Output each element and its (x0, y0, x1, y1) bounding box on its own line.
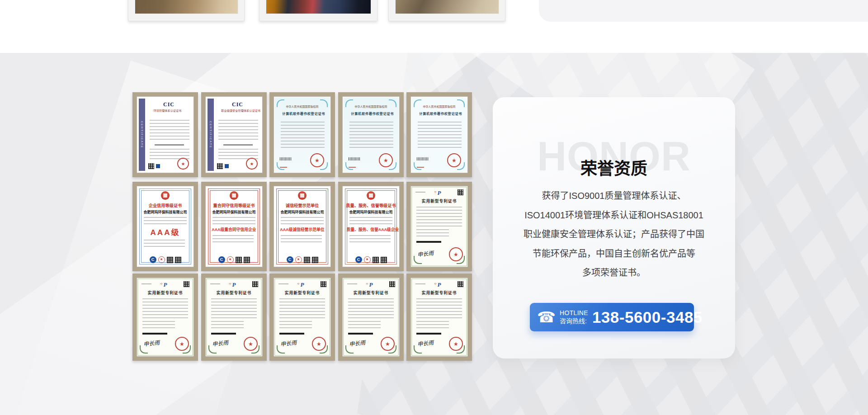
ribbon-seal-icon (161, 191, 170, 200)
certificate-cic-ohs[interactable]: CERTIFICATE CIC 职业健康安全管理体系认证证书 ★ (201, 92, 267, 177)
certificate-utility-patent[interactable]: P 实用新型专利证书 申长雨 ★ (132, 274, 198, 361)
certificate-title: 实用新型专利证书 (346, 290, 395, 296)
qr-code-icon (252, 281, 258, 287)
page: CERTIFICATE CIC 环境管理体系认证证书 ★ CERTIFICATE… (0, 0, 868, 415)
certificate-text-lines (281, 235, 322, 243)
corner-flourish-icon (457, 256, 465, 264)
certificate-title: 诚信经营示范单位 (277, 202, 328, 208)
certificate-cic-ems[interactable]: CERTIFICATE CIC 环境管理体系认证证书 ★ (132, 92, 198, 177)
corner-flourish-icon (345, 345, 354, 354)
certificate-title: 实用新型专利证书 (415, 198, 463, 204)
qr-code-icon (381, 257, 387, 263)
barcode-icon (416, 241, 441, 243)
certificate-number (210, 283, 220, 284)
qr-code-icon (389, 281, 395, 287)
red-seal-icon: ★ (177, 158, 189, 170)
certificate-software-copyright[interactable]: 中华人民共和国国家版权局 计算机软件著作权登记证书 ★ (338, 92, 404, 177)
certificate-title: 计算机软件著作权登记证书 (282, 111, 322, 116)
certificate-number (278, 283, 288, 284)
qr-code-icon (236, 257, 242, 263)
certificate-text-lines (279, 298, 325, 319)
certificate-number (415, 192, 425, 193)
certificate-divider (223, 144, 253, 146)
certificate-text-lines (416, 207, 462, 227)
corner-flourish-icon (277, 345, 285, 354)
project-gallery-card-3[interactable] (388, 0, 505, 21)
accreditation-mark-icon (156, 164, 160, 168)
cnipa-logo-icon: P (438, 189, 441, 197)
certificate-title: 计算机软件著作权登记证书 (419, 111, 459, 116)
certificate-utility-patent[interactable]: P 实用新型专利证书 申长雨 ★ (406, 182, 472, 271)
cic-logo: CIC (137, 101, 193, 108)
certificate-utility-patent[interactable]: P 实用新型专利证书 申长雨 ★ (201, 274, 267, 361)
cnipa-logo-icon: P (164, 281, 167, 288)
certificate-authority: 中华人民共和国国家版权局 (286, 104, 319, 108)
certificate-software-copyright[interactable]: 中华人民共和国国家版权局 计算机软件著作权登记证书 ★ (406, 92, 472, 177)
certificate-title: 重合同守信用等级证书 (208, 202, 259, 208)
phone-icon: ☎ (537, 310, 556, 325)
certificate-text-lines (348, 321, 381, 330)
certificate-title: 企业信用等级证书 (140, 202, 191, 208)
qr-code-icon (373, 257, 379, 263)
certificate-text-lines (281, 122, 325, 149)
certificate-text-lines (150, 120, 189, 141)
corner-flourish-icon (183, 345, 191, 354)
hotline-number: 138-5600-3485 (592, 308, 703, 326)
company-name: 合肥珂玛环保科技有限公司 (143, 209, 187, 215)
corner-flourish-icon (345, 162, 353, 170)
hotline-label-zh: 咨询热线: (560, 317, 588, 325)
certificate-enterprise-credit-aaa[interactable]: 企业信用等级证书 合肥珂玛环保科技有限公司 AAA级 C★ (132, 182, 198, 271)
certificate-text-lines (144, 240, 185, 248)
certificate-text-lines (349, 217, 392, 224)
accreditation-mark-icon (225, 164, 229, 168)
certificate-contract-credit[interactable]: 重合同守信用等级证书 合肥珂玛环保科技有限公司 AAA级重合同守信用企业 C★ (201, 182, 267, 271)
barcode-icon (280, 157, 292, 160)
certificate-utility-patent[interactable]: P 实用新型专利证书 申长雨 ★ (269, 274, 335, 361)
qr-code-icon (312, 257, 318, 263)
corner-flourish-icon (414, 256, 422, 264)
qr-code-icon (458, 281, 463, 287)
red-seal-icon: ★ (295, 256, 302, 263)
barcode-icon (211, 333, 236, 335)
corner-flourish-icon (414, 99, 421, 107)
red-seal-icon: ★ (227, 256, 234, 263)
certificate-title: 质量、服务、信誉等级证书 (345, 202, 396, 208)
certificate-text-lines (348, 298, 394, 319)
certificate-grade: AAA级 (137, 226, 193, 237)
qr-code-icon (304, 257, 310, 263)
barcode-icon (348, 333, 373, 335)
certificate-text-lines (211, 321, 244, 330)
hotline-button[interactable]: ☎ HOTLINE 咨询热线: 138-5600-3485 (530, 303, 694, 331)
certificate-number (349, 167, 356, 168)
certificate-text-lines (211, 298, 257, 319)
red-seal-icon: ★ (246, 158, 258, 170)
blue-seal-icon: C (218, 256, 225, 263)
hotline-labels: HOTLINE 咨询热线: (560, 309, 588, 325)
certificate-title: 职业健康安全管理体系认证证书 (217, 108, 251, 113)
certificate-integrity-model-unit[interactable]: 诚信经营示范单位 合肥珂玛环保科技有限公司 AAA级诚信经营示范单位 C★ (269, 182, 335, 271)
qr-code-icon (321, 281, 326, 287)
certificate-utility-patent[interactable]: P 实用新型专利证书 申长雨 ★ (338, 274, 404, 361)
certificate-software-copyright[interactable]: 中华人民共和国国家版权局 计算机软件著作权登记证书 ★ (269, 92, 335, 177)
certificate-text-lines (142, 321, 175, 330)
barcode-icon (417, 157, 429, 160)
barcode-icon (142, 333, 167, 335)
top-right-panel (539, 0, 868, 22)
corner-flourish-icon (414, 345, 422, 354)
certificate-quality-service-credit[interactable]: 质量、服务、信誉等级证书 合肥珂玛环保科技有限公司 质量、服务、信誉AAA级企业… (338, 182, 404, 271)
ribbon-seal-icon (230, 191, 238, 200)
corner-flourish-icon (320, 345, 328, 354)
qr-code-icon (217, 163, 223, 169)
blue-seal-icon: C (355, 256, 362, 263)
certificate-grade: AAA级诚信经营示范单位 (278, 226, 326, 232)
barcode-icon (349, 157, 360, 160)
project-gallery-card-1[interactable] (128, 0, 245, 21)
company-name: 合肥珂玛环保科技有限公司 (212, 209, 256, 215)
qr-code-icon (148, 163, 154, 169)
certificate-utility-patent[interactable]: P 实用新型专利证书 申长雨 ★ (406, 274, 472, 361)
cnipa-logo-icon: P (369, 281, 373, 288)
red-seal-icon: ★ (364, 256, 371, 263)
certificate-text-lines (416, 298, 462, 319)
project-gallery-card-2[interactable] (259, 0, 377, 21)
certificate-title: 实用新型专利证书 (278, 290, 326, 296)
